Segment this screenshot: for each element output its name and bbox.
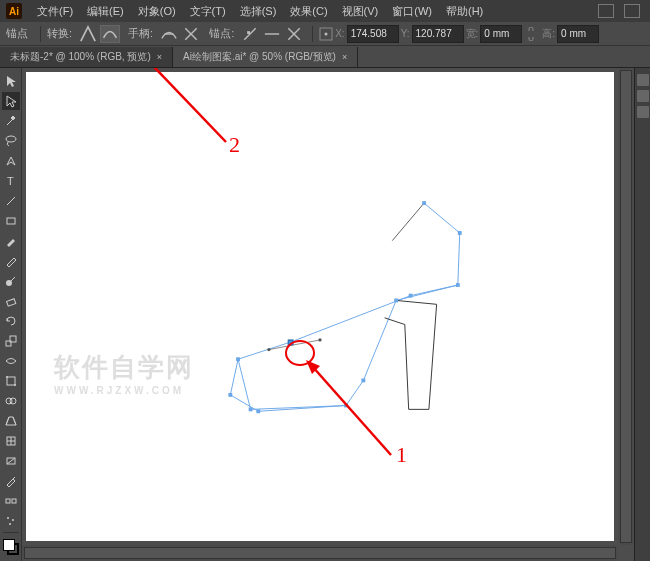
svg-rect-3	[247, 31, 250, 34]
selection-tool[interactable]	[2, 72, 20, 90]
svg-point-15	[6, 376, 8, 378]
document-tab-1[interactable]: 未标题-2* @ 100% (RGB, 预览) ×	[0, 47, 173, 67]
paintbrush-tool[interactable]	[2, 232, 20, 250]
mesh-tool[interactable]	[2, 432, 20, 450]
canvas-wrap: 软件自学网 WWW.RJZXW.COM	[22, 68, 634, 561]
svg-rect-35	[249, 407, 253, 411]
rotate-tool[interactable]	[2, 312, 20, 330]
arrange-icon[interactable]	[624, 4, 640, 18]
blend-tool[interactable]	[2, 492, 20, 510]
svg-rect-36	[344, 404, 348, 408]
menu-type[interactable]: 文字(T)	[183, 4, 233, 19]
menu-right	[598, 4, 650, 18]
link-icon[interactable]	[524, 27, 538, 41]
svg-point-16	[14, 384, 16, 386]
tab-label: Ai绘制图案.ai* @ 50% (RGB/预览)	[183, 50, 336, 64]
symbol-sprayer-tool[interactable]	[2, 512, 20, 530]
svg-rect-42	[288, 340, 293, 345]
document-tab-2[interactable]: Ai绘制图案.ai* @ 50% (RGB/预览) ×	[173, 47, 358, 67]
menu-file[interactable]: 文件(F)	[30, 4, 80, 19]
pen-tool[interactable]	[2, 152, 20, 170]
type-tool[interactable]: T	[2, 172, 20, 190]
shape-builder-tool[interactable]	[2, 392, 20, 410]
app-icon: Ai	[6, 3, 22, 19]
svg-rect-37	[361, 379, 365, 383]
h-label: 高:	[542, 27, 555, 41]
handle-show-button[interactable]	[159, 25, 179, 43]
y-field[interactable]: 120.787	[412, 25, 464, 43]
anchor-join-button[interactable]	[262, 25, 282, 43]
w-field[interactable]: 0 mm	[480, 25, 522, 43]
perspective-tool[interactable]	[2, 412, 20, 430]
svg-point-28	[9, 523, 11, 525]
workspace: T	[0, 68, 650, 561]
svg-rect-32	[409, 294, 413, 298]
svg-point-6	[6, 136, 16, 142]
direct-selection-tool[interactable]	[2, 92, 20, 110]
gradient-tool[interactable]	[2, 452, 20, 470]
svg-rect-30	[458, 231, 462, 235]
tab-bar: 未标题-2* @ 100% (RGB, 预览) × Ai绘制图案.ai* @ 5…	[0, 46, 650, 68]
menu-select[interactable]: 选择(S)	[233, 4, 284, 19]
x-label: X:	[335, 28, 344, 39]
h-field[interactable]: 0 mm	[557, 25, 599, 43]
panel-strip	[634, 68, 650, 561]
panel-icon[interactable]	[637, 90, 649, 102]
menu-object[interactable]: 对象(O)	[131, 4, 183, 19]
svg-rect-11	[6, 299, 15, 306]
anchor2-label: 锚点:	[209, 26, 234, 41]
eyedropper-tool[interactable]	[2, 472, 20, 490]
convert-smooth-button[interactable]	[100, 25, 120, 43]
eraser-tool[interactable]	[2, 292, 20, 310]
menu-effect[interactable]: 效果(C)	[283, 4, 334, 19]
svg-point-43	[318, 338, 321, 341]
control-bar: 锚点 转换: 手柄: 锚点: X: 174.508 Y: 120.787 宽: …	[0, 22, 650, 46]
reference-point-icon[interactable]	[319, 27, 333, 41]
svg-line-23	[7, 458, 15, 464]
width-tool[interactable]	[2, 352, 20, 370]
w-label: 宽:	[466, 27, 479, 41]
fill-swatch[interactable]	[3, 539, 15, 551]
line-tool[interactable]	[2, 192, 20, 210]
anchor-remove-button[interactable]	[240, 25, 260, 43]
convert-corner-button[interactable]	[78, 25, 98, 43]
menu-window[interactable]: 窗口(W)	[385, 4, 439, 19]
scale-tool[interactable]	[2, 332, 20, 350]
svg-point-27	[12, 519, 14, 521]
svg-point-44	[267, 348, 270, 351]
svg-point-26	[7, 517, 9, 519]
layout-icon[interactable]	[598, 4, 614, 18]
svg-rect-39	[228, 393, 232, 397]
free-transform-tool[interactable]	[2, 372, 20, 390]
pencil-tool[interactable]	[2, 252, 20, 270]
anchor-cut-button[interactable]	[284, 25, 304, 43]
svg-rect-31	[456, 283, 460, 287]
menu-edit[interactable]: 编辑(E)	[80, 4, 131, 19]
tab-label: 未标题-2* @ 100% (RGB, 预览)	[10, 50, 151, 64]
close-icon[interactable]: ×	[342, 52, 347, 62]
menu-view[interactable]: 视图(V)	[335, 4, 386, 19]
toolbox: T	[0, 68, 22, 561]
menu-bar: Ai 文件(F) 编辑(E) 对象(O) 文字(T) 选择(S) 效果(C) 视…	[0, 0, 650, 22]
close-icon[interactable]: ×	[157, 52, 162, 62]
blob-brush-tool[interactable]	[2, 272, 20, 290]
magic-wand-tool[interactable]	[2, 112, 20, 130]
handle-label: 手柄:	[128, 26, 153, 41]
x-field[interactable]: 174.508	[347, 25, 399, 43]
rectangle-tool[interactable]	[2, 212, 20, 230]
handle-hide-button[interactable]	[181, 25, 201, 43]
svg-point-5	[325, 32, 328, 35]
svg-rect-25	[12, 499, 16, 503]
panel-icon[interactable]	[637, 106, 649, 118]
fill-stroke-swatch[interactable]	[3, 539, 19, 555]
lasso-tool[interactable]	[2, 132, 20, 150]
horizontal-scrollbar[interactable]	[22, 545, 618, 561]
panel-icon[interactable]	[637, 74, 649, 86]
svg-rect-9	[7, 218, 15, 224]
vertical-scrollbar[interactable]	[618, 68, 634, 545]
svg-rect-24	[6, 499, 10, 503]
anchor-label: 锚点	[6, 26, 28, 41]
menu-help[interactable]: 帮助(H)	[439, 4, 490, 19]
y-label: Y:	[401, 28, 410, 39]
canvas[interactable]: 软件自学网 WWW.RJZXW.COM	[26, 72, 614, 541]
